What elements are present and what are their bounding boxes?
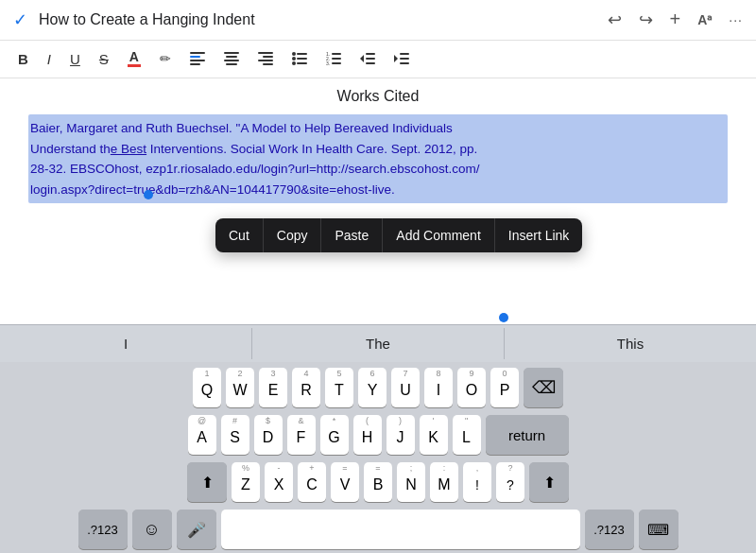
key-u[interactable]: 7U (391, 368, 420, 407)
key-q[interactable]: 1Q (193, 368, 221, 407)
insert-link-menu-item[interactable]: Insert Link (495, 218, 583, 252)
selected-text-block[interactable]: Baier, Margaret and Ruth Buechsel. "A Mo… (28, 114, 728, 203)
key-exclamation[interactable]: ,! (463, 462, 491, 502)
key-x[interactable]: -X (265, 462, 293, 502)
selection-handle-end[interactable] (499, 313, 508, 322)
numbered-list-button[interactable]: 1. 2. 3. (321, 49, 346, 68)
svg-rect-29 (400, 53, 409, 55)
svg-rect-13 (297, 53, 307, 55)
svg-marker-28 (394, 55, 398, 62)
align-center-icon (224, 52, 239, 65)
redo-icon[interactable]: ↪ (639, 9, 653, 30)
keyboard-row-1: 1Q 2W 3E 4R 5T 6Y 7U 8I 9O 0P ⌫ (3, 368, 753, 407)
key-n[interactable]: ;N (397, 462, 425, 502)
key-k[interactable]: 'K (420, 415, 448, 455)
key-m[interactable]: :M (430, 462, 458, 502)
svg-rect-5 (226, 56, 237, 58)
doc-heading: Works Cited (19, 88, 737, 105)
svg-rect-8 (258, 52, 273, 54)
keyboard: 1Q 2W 3E 4R 5T 6Y 7U 8I 9O 0P ⌫ @A #S $D… (0, 362, 756, 553)
svg-rect-21 (332, 58, 341, 60)
bold-button[interactable]: B (13, 48, 33, 70)
autocorrect-item-3[interactable]: This (505, 328, 756, 359)
context-menu: Cut Copy Paste Add Comment Insert Link (215, 218, 582, 252)
selected-link: e Best (111, 142, 146, 156)
strikethrough-button[interactable]: S (94, 48, 113, 70)
key-i[interactable]: 8I (424, 368, 453, 407)
svg-rect-3 (190, 63, 200, 65)
doc-area: Works Cited Baier, Margaret and Ruth Bue… (0, 78, 756, 324)
indent-decrease-button[interactable] (355, 49, 380, 68)
bullet-list-icon (292, 52, 307, 65)
key-g[interactable]: *G (320, 415, 349, 455)
key-s[interactable]: #S (221, 415, 249, 455)
key-w[interactable]: 2W (226, 368, 254, 407)
indent-increase-icon (394, 52, 409, 65)
selected-line1: Baier, Margaret and Ruth Buechsel. "A Mo… (30, 121, 453, 135)
svg-rect-6 (224, 60, 239, 61)
align-left-button[interactable] (185, 49, 210, 68)
cut-menu-item[interactable]: Cut (215, 218, 264, 252)
key-l[interactable]: "L (453, 415, 481, 455)
key-b[interactable]: =B (364, 462, 392, 502)
checkmark-icon[interactable]: ✓ (13, 9, 27, 30)
svg-rect-30 (400, 58, 409, 60)
paste-menu-item[interactable]: Paste (321, 218, 383, 252)
autocorrect-item-2[interactable]: The (252, 328, 505, 359)
selection-handle-start[interactable] (144, 190, 153, 199)
format-icon[interactable]: Aᵃ (697, 12, 712, 27)
italic-button[interactable]: I (43, 48, 56, 70)
keyboard-dismiss-key[interactable]: ⌨ (639, 510, 679, 549)
highlight-button[interactable]: ✏ (155, 48, 176, 69)
add-comment-menu-item[interactable]: Add Comment (383, 218, 494, 252)
svg-text:3.: 3. (326, 60, 330, 65)
num-sym-key-left[interactable]: .?123 (78, 510, 128, 549)
svg-rect-15 (297, 58, 307, 60)
key-z[interactable]: %Z (232, 462, 260, 502)
underline-button[interactable]: U (65, 48, 85, 70)
svg-rect-25 (366, 53, 375, 55)
svg-rect-4 (224, 52, 239, 54)
shift-key-right[interactable]: ⬆ (529, 462, 569, 502)
key-d[interactable]: $D (254, 415, 283, 455)
selected-line4: login.aspx?direct=true&db=rzh&AN=1044177… (30, 182, 395, 197)
svg-rect-26 (366, 58, 375, 60)
key-y[interactable]: 6Y (358, 368, 387, 407)
delete-key[interactable]: ⌫ (524, 368, 563, 407)
undo-icon[interactable]: ↩ (608, 9, 622, 30)
num-sym-key-right[interactable]: .?123 (585, 510, 634, 549)
keyboard-row-3: ⬆ %Z -X +C =V =B ;N :M ,! ?? ⬆ (3, 462, 753, 502)
more-icon[interactable]: ··· (729, 12, 743, 27)
key-e[interactable]: 3E (259, 368, 287, 407)
indent-increase-button[interactable] (389, 49, 414, 68)
svg-rect-1 (190, 56, 200, 58)
align-center-button[interactable] (219, 49, 244, 68)
key-p[interactable]: 0P (490, 368, 519, 407)
return-key[interactable]: return (486, 415, 569, 455)
mic-key[interactable]: 🎤 (177, 510, 216, 549)
key-question[interactable]: ?? (496, 462, 524, 502)
key-a[interactable]: @A (188, 415, 216, 455)
key-h[interactable]: (H (353, 415, 382, 455)
shift-key-left[interactable]: ⬆ (187, 462, 227, 502)
align-right-icon (258, 52, 273, 65)
key-o[interactable]: 9O (457, 368, 486, 407)
keyboard-row-2: @A #S $D &F *G (H )J 'K "L return (3, 415, 753, 455)
key-c[interactable]: +C (298, 462, 326, 502)
key-r[interactable]: 4R (292, 368, 320, 407)
bullet-list-button[interactable] (287, 49, 312, 68)
add-icon[interactable]: + (670, 9, 681, 30)
key-v[interactable]: =V (331, 462, 359, 502)
key-f[interactable]: &F (287, 415, 316, 455)
align-right-button[interactable] (253, 49, 278, 68)
emoji-key[interactable]: ☺ (132, 510, 172, 549)
svg-rect-23 (332, 62, 341, 64)
svg-point-16 (292, 61, 296, 65)
copy-menu-item[interactable]: Copy (264, 218, 322, 252)
key-t[interactable]: 5T (325, 368, 353, 407)
key-j[interactable]: )J (387, 415, 415, 455)
space-key[interactable] (221, 510, 580, 549)
font-color-button[interactable]: A (123, 47, 146, 70)
autocorrect-item-1[interactable]: I (0, 328, 252, 359)
selected-line2-start: Understand th (30, 142, 111, 156)
